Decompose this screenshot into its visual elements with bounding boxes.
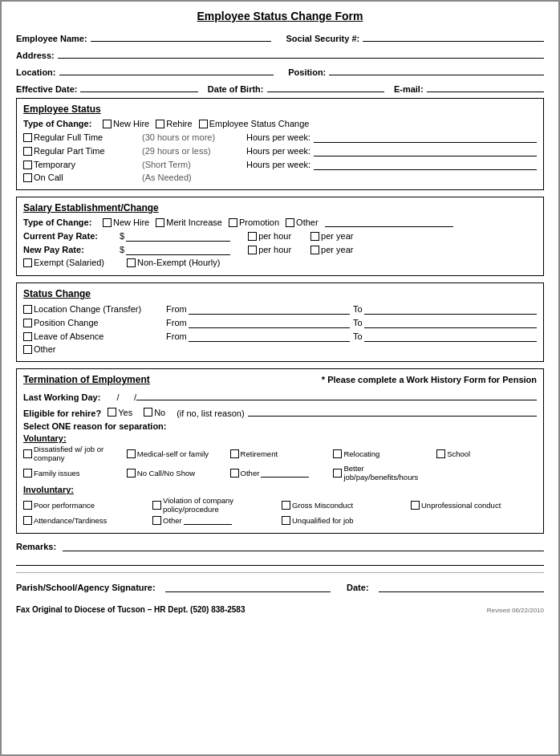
address-field[interactable] bbox=[58, 47, 544, 59]
unqualified-checkbox[interactable] bbox=[282, 516, 290, 525]
school-checkbox-item[interactable]: School bbox=[436, 445, 530, 462]
eligible-no-checkbox-item[interactable]: No bbox=[144, 408, 165, 417]
vol-other-field[interactable] bbox=[261, 468, 309, 478]
location-to-field[interactable] bbox=[364, 303, 537, 315]
emp-status-change-checkbox[interactable] bbox=[199, 120, 208, 128]
current-per-hour-checkbox-item[interactable]: per hour bbox=[248, 231, 291, 241]
position-change-checkbox-item[interactable]: Position Change bbox=[23, 318, 160, 327]
last-working-day-field[interactable] bbox=[136, 389, 537, 400]
salary-new-hire-checkbox[interactable] bbox=[103, 218, 112, 227]
position-from-field[interactable] bbox=[189, 317, 350, 328]
no-call-checkbox-item[interactable]: No Call/No Show bbox=[127, 464, 221, 482]
no-call-checkbox[interactable] bbox=[127, 469, 136, 478]
eligible-yes-checkbox[interactable] bbox=[108, 408, 116, 417]
current-pay-field[interactable] bbox=[126, 230, 230, 242]
leave-checkbox[interactable] bbox=[23, 332, 32, 341]
medical-checkbox[interactable] bbox=[127, 449, 136, 458]
gross-misconduct-checkbox[interactable] bbox=[282, 501, 290, 510]
temporary-checkbox-item[interactable]: Temporary bbox=[23, 160, 136, 169]
attendance-checkbox[interactable] bbox=[23, 516, 32, 525]
current-per-hour-checkbox[interactable] bbox=[248, 232, 257, 241]
location-field[interactable] bbox=[59, 64, 274, 75]
temporary-checkbox[interactable] bbox=[23, 161, 32, 169]
employee-name-field[interactable] bbox=[91, 30, 272, 42]
new-pay-field[interactable] bbox=[126, 244, 230, 255]
eligible-yes-checkbox-item[interactable]: Yes bbox=[108, 408, 132, 417]
new-per-hour-checkbox-item[interactable]: per hour bbox=[248, 245, 291, 254]
remarks-field-2[interactable] bbox=[16, 555, 544, 566]
full-time-hours-field[interactable] bbox=[314, 132, 537, 143]
email-field[interactable] bbox=[427, 81, 544, 92]
eligible-no-checkbox[interactable] bbox=[144, 408, 152, 417]
part-time-hours-field[interactable] bbox=[314, 145, 537, 156]
new-per-year-checkbox-item[interactable]: per year bbox=[310, 245, 353, 254]
poor-performance-checkbox[interactable] bbox=[23, 501, 32, 510]
effective-date-field[interactable] bbox=[80, 81, 197, 92]
sig-field[interactable] bbox=[165, 581, 331, 592]
current-per-year-checkbox[interactable] bbox=[310, 232, 319, 241]
non-exempt-checkbox-item[interactable]: Non-Exempt (Hourly) bbox=[127, 258, 220, 267]
violation-checkbox[interactable] bbox=[152, 501, 161, 510]
inv-other-checkbox-item[interactable]: Other bbox=[152, 515, 272, 525]
regular-part-time-checkbox[interactable] bbox=[23, 147, 32, 156]
new-per-hour-checkbox[interactable] bbox=[248, 246, 257, 254]
position-change-checkbox[interactable] bbox=[23, 319, 32, 327]
unprofessional-checkbox-item[interactable]: Unprofessional conduct bbox=[411, 496, 530, 514]
unprofessional-checkbox[interactable] bbox=[411, 501, 420, 510]
school-checkbox[interactable] bbox=[436, 449, 445, 458]
vol-other-checkbox-item[interactable]: Other bbox=[230, 464, 324, 482]
rehire-checkbox-item[interactable]: Rehire bbox=[156, 119, 192, 128]
relocating-checkbox[interactable] bbox=[333, 449, 342, 458]
retirement-checkbox[interactable] bbox=[230, 449, 239, 458]
non-exempt-checkbox[interactable] bbox=[127, 258, 136, 267]
vol-other-checkbox[interactable] bbox=[230, 469, 239, 478]
exempt-checkbox[interactable] bbox=[23, 258, 32, 267]
leave-from-field[interactable] bbox=[189, 331, 350, 342]
better-job-checkbox[interactable] bbox=[333, 469, 342, 478]
leave-to-field[interactable] bbox=[364, 331, 537, 342]
better-job-checkbox-item[interactable]: Better job/pay/benefits/hours bbox=[333, 464, 427, 482]
exempt-checkbox-item[interactable]: Exempt (Salaried) bbox=[23, 258, 104, 267]
family-issues-checkbox-item[interactable]: Family issues bbox=[23, 464, 117, 482]
current-per-year-checkbox-item[interactable]: per year bbox=[310, 231, 353, 241]
status-other-checkbox[interactable] bbox=[23, 345, 32, 354]
new-hire-checkbox-item[interactable]: New Hire bbox=[103, 119, 149, 128]
leave-checkbox-item[interactable]: Leave of Absence bbox=[23, 331, 160, 341]
location-from-field[interactable] bbox=[189, 303, 350, 315]
on-call-checkbox-item[interactable]: On Call bbox=[23, 173, 136, 182]
inv-other-checkbox[interactable] bbox=[152, 516, 161, 525]
violation-checkbox-item[interactable]: Violation of company policy/procedure bbox=[152, 496, 272, 514]
dob-field[interactable] bbox=[267, 81, 384, 92]
status-other-checkbox-item[interactable]: Other bbox=[23, 344, 160, 354]
unqualified-checkbox-item[interactable]: Unqualified for job bbox=[282, 515, 401, 525]
relocating-checkbox-item[interactable]: Relocating bbox=[333, 445, 427, 462]
family-issues-checkbox[interactable] bbox=[23, 469, 32, 478]
social-security-field[interactable] bbox=[363, 30, 544, 42]
gross-misconduct-checkbox-item[interactable]: Gross Misconduct bbox=[282, 496, 401, 514]
other-checkbox-item[interactable]: Other bbox=[286, 217, 319, 227]
emp-status-change-checkbox-item[interactable]: Employee Status Change bbox=[199, 119, 310, 128]
remarks-field[interactable] bbox=[63, 540, 544, 551]
location-change-checkbox[interactable] bbox=[23, 305, 32, 314]
other-checkbox[interactable] bbox=[286, 218, 294, 227]
poor-performance-checkbox-item[interactable]: Poor performance bbox=[23, 496, 143, 514]
retirement-checkbox-item[interactable]: Retirement bbox=[230, 445, 324, 462]
promotion-checkbox-item[interactable]: Promotion bbox=[229, 217, 279, 227]
regular-part-time-checkbox-item[interactable]: Regular Part Time bbox=[23, 146, 136, 156]
promotion-checkbox[interactable] bbox=[229, 218, 237, 227]
medical-checkbox-item[interactable]: Medical-self or family bbox=[127, 445, 221, 462]
inv-other-field[interactable] bbox=[184, 515, 232, 525]
date-field[interactable] bbox=[379, 581, 544, 592]
dissatisfied-checkbox[interactable] bbox=[23, 449, 32, 458]
new-per-year-checkbox[interactable] bbox=[310, 246, 319, 254]
position-to-field[interactable] bbox=[364, 317, 537, 328]
salary-new-hire-checkbox-item[interactable]: New Hire bbox=[103, 217, 149, 227]
location-change-checkbox-item[interactable]: Location Change (Transfer) bbox=[23, 304, 160, 314]
rehire-checkbox[interactable] bbox=[156, 120, 164, 128]
merit-increase-checkbox-item[interactable]: Merit Increase bbox=[156, 217, 222, 227]
dissatisfied-checkbox-item[interactable]: Dissatisfied w/ job or company bbox=[23, 445, 117, 462]
merit-increase-checkbox[interactable] bbox=[156, 218, 164, 227]
position-field[interactable] bbox=[329, 64, 544, 75]
attendance-checkbox-item[interactable]: Attendance/Tardiness bbox=[23, 515, 143, 525]
on-call-checkbox[interactable] bbox=[23, 173, 32, 182]
